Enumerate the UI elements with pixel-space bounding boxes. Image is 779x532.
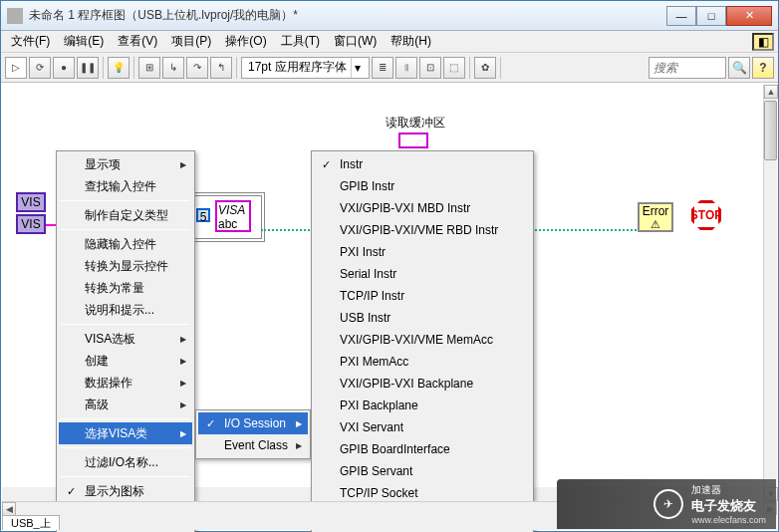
ctx-main-item-8[interactable]: 说明和提示...	[59, 299, 192, 321]
scroll-left-arrow[interactable]: ◀	[2, 502, 16, 516]
reorder-button[interactable]: ⬚	[443, 57, 465, 79]
scroll-up-arrow[interactable]: ▲	[764, 85, 778, 99]
search-button[interactable]: 🔍	[728, 57, 750, 79]
font-selector[interactable]: 17pt 应用程序字体 ▾	[241, 57, 370, 79]
ctx-main-separator	[61, 229, 190, 230]
ctx-iosession-item-2[interactable]: VXI/GPIB-VXI MBD Instr	[314, 197, 531, 219]
context-help-toggle[interactable]: ◧	[752, 33, 774, 51]
minimize-button[interactable]: —	[666, 6, 696, 26]
stop-button-terminal[interactable]: STOP	[691, 200, 723, 232]
ctx-main-separator	[61, 324, 190, 325]
ctx-main-item-13[interactable]: 高级	[59, 394, 192, 415]
chevron-down-icon: ▾	[351, 58, 365, 78]
ctx-iosession-item-7[interactable]: USB Instr	[314, 307, 531, 329]
close-button[interactable]: ✕	[726, 6, 772, 26]
ctx-iosession-item-0[interactable]: Instr	[314, 153, 531, 175]
ctx-iosession-item-11[interactable]: PXI Backplane	[314, 395, 531, 416]
step-into-button[interactable]: ↳	[162, 57, 184, 79]
menu-operate[interactable]: 操作(O)	[219, 31, 272, 52]
pause-button[interactable]: ❚❚	[77, 57, 99, 79]
ctx-main-item-19[interactable]: 显示为图标	[59, 480, 192, 502]
constant-5[interactable]: 5	[196, 208, 210, 222]
window-title: 未命名 1 程序框图（USB上位机.lvproj/我的电脑）*	[29, 7, 666, 24]
ctx-iosession-item-14[interactable]: GPIB Servant	[314, 460, 531, 482]
step-out-button[interactable]: ↰	[210, 57, 232, 79]
toolbar: ▷ ⟳ ● ❚❚ 💡 ⊞ ↳ ↷ ↰ 17pt 应用程序字体 ▾ ≣ ⫴ ⊡ ⬚…	[1, 53, 778, 83]
footer-url: www.elecfans.com	[691, 515, 766, 525]
error-indicator[interactable]: Error⚠	[638, 202, 673, 232]
visa-resource-control-mid[interactable]: VIS	[16, 214, 46, 234]
run-button[interactable]: ▷	[5, 57, 27, 79]
buffer-indicator[interactable]	[398, 133, 428, 148]
distribute-button[interactable]: ⫴	[395, 57, 417, 79]
menu-file[interactable]: 文件(F)	[5, 31, 56, 52]
ctx-iosession-item-3[interactable]: VXI/GPIB-VXI/VME RBD Instr	[314, 219, 531, 241]
ctx-iosession-item-10[interactable]: VXI/GPIB-VXI Backplane	[314, 373, 531, 395]
context-menu-main: 显示项查找输入控件制作自定义类型隐藏输入控件转换为显示控件转换为常量说明和提示.…	[56, 150, 195, 532]
help-button[interactable]: ?	[752, 57, 774, 79]
ctx-iosession-item-13[interactable]: GPIB BoardInterface	[314, 438, 531, 460]
ctx-main-item-7[interactable]: 转换为常量	[59, 277, 192, 299]
ctx-main-item-5[interactable]: 隐藏输入控件	[59, 233, 192, 255]
menu-edit[interactable]: 编辑(E)	[58, 31, 110, 52]
footer-overlay: ✈ 加速器 电子发烧友 www.elecfans.com	[557, 479, 776, 529]
ctx-iosession-item-9[interactable]: PXI MemAcc	[314, 351, 531, 373]
brand-logo-icon: ✈	[653, 489, 683, 519]
ctx-main-item-6[interactable]: 转换为显示控件	[59, 255, 192, 277]
ctx-main-item-10[interactable]: VISA选板	[59, 328, 192, 350]
align-button[interactable]: ≣	[372, 57, 393, 79]
ctx-iosession-item-1[interactable]: GPIB Instr	[314, 175, 531, 197]
visa-resource-control-top[interactable]: VIS	[16, 192, 46, 212]
ctx-main-separator	[61, 418, 190, 419]
ctx-main-item-1[interactable]: 查找输入控件	[59, 175, 192, 197]
abort-button[interactable]: ●	[53, 57, 75, 79]
ctx-main-separator	[61, 200, 190, 201]
step-over-button[interactable]: ↷	[186, 57, 208, 79]
context-submenu-io-session: InstrGPIB InstrVXI/GPIB-VXI MBD InstrVXI…	[311, 150, 534, 532]
search-input[interactable]	[649, 61, 725, 75]
font-selector-label: 17pt 应用程序字体	[248, 59, 347, 76]
ctx-main-item-12[interactable]: 数据操作	[59, 372, 192, 394]
highlight-button[interactable]: 💡	[108, 57, 130, 79]
maximize-button[interactable]: □	[696, 6, 726, 26]
menubar: 文件(F) 编辑(E) 查看(V) 项目(P) 操作(O) 工具(T) 窗口(W…	[1, 31, 778, 53]
cleanup-button[interactable]: ✿	[474, 57, 496, 79]
ctx-main-separator	[61, 476, 190, 477]
ctx-iosession-item-12[interactable]: VXI Servant	[314, 416, 531, 438]
ctx-iosession-item-8[interactable]: VXI/GPIB-VXI/VME MemAcc	[314, 329, 531, 351]
menu-view[interactable]: 查看(V)	[112, 31, 163, 52]
ctx-iosession-item-4[interactable]: PXI Instr	[314, 241, 531, 263]
ctx-iosession-item-5[interactable]: Serial Instr	[314, 263, 531, 285]
visa-read-node[interactable]: VISA abc	[215, 200, 251, 232]
ctx-main-item-17[interactable]: 过滤I/O名称...	[59, 451, 192, 473]
menu-window[interactable]: 窗口(W)	[328, 31, 383, 52]
ctx-visaclass-item-1[interactable]: Event Class	[198, 434, 308, 456]
ctx-main-item-15[interactable]: 选择VISA类	[59, 422, 192, 444]
ctx-visaclass-item-0[interactable]: I/O Session	[198, 412, 308, 434]
menu-tools[interactable]: 工具(T)	[275, 31, 326, 52]
resize-button[interactable]: ⊡	[419, 57, 441, 79]
app-icon	[7, 8, 23, 24]
menu-project[interactable]: 项目(P)	[165, 31, 217, 52]
vertical-scrollbar[interactable]: ▲ ▼	[763, 85, 777, 501]
titlebar: 未命名 1 程序框图（USB上位机.lvproj/我的电脑）* — □ ✕	[1, 1, 778, 31]
footer-brand: 电子发烧友	[691, 497, 766, 515]
ctx-main-item-0[interactable]: 显示项	[59, 153, 192, 175]
retain-wire-button[interactable]: ⊞	[138, 57, 160, 79]
ctx-main-separator	[61, 447, 190, 448]
ctx-main-item-11[interactable]: 创建	[59, 350, 192, 372]
menu-help[interactable]: 帮助(H)	[385, 31, 437, 52]
footer-text-accel: 加速器	[691, 483, 766, 497]
context-submenu-visa-class: I/O SessionEvent Class	[195, 409, 311, 459]
run-continuous-button[interactable]: ⟳	[29, 57, 51, 79]
scroll-thumb-v[interactable]	[764, 101, 777, 160]
ctx-iosession-item-6[interactable]: TCP/IP Instr	[314, 285, 531, 307]
read-buffer-label: 读取缓冲区	[386, 115, 445, 132]
project-tab[interactable]: USB_上	[2, 515, 60, 530]
ctx-main-item-3[interactable]: 制作自定义类型	[59, 204, 192, 226]
